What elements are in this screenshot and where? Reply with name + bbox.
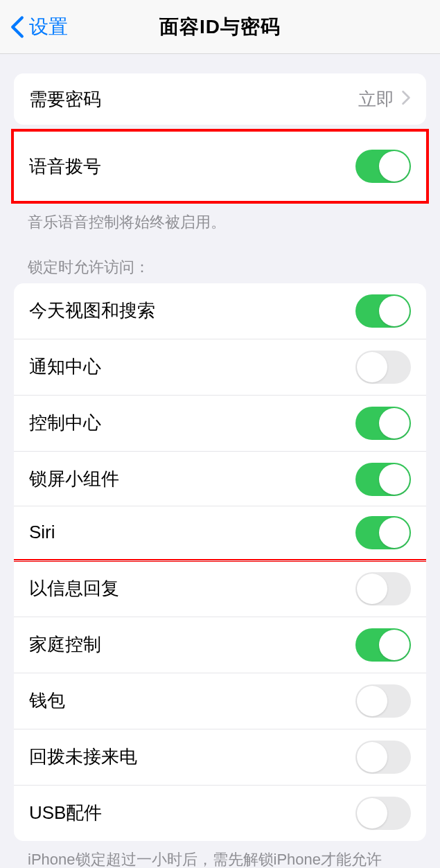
toggle-knob (357, 686, 387, 716)
locked-access-toggle[interactable] (355, 572, 411, 605)
locked-access-row: 今天视图和搜索 (14, 283, 426, 339)
locked-access-label: 控制中心 (29, 411, 101, 435)
locked-access-row: 控制中心 (14, 395, 426, 451)
locked-access-toggle[interactable] (355, 351, 411, 384)
locked-access-label: 今天视图和搜索 (29, 299, 155, 323)
chevron-left-icon (10, 15, 25, 39)
chevron-right-icon (401, 90, 411, 108)
nav-header: 设置 面容ID与密码 (0, 0, 440, 54)
voice-dial-section: 语音拨号 (11, 129, 429, 204)
page-title: 面容ID与密码 (159, 14, 281, 40)
locked-access-toggle[interactable] (355, 628, 411, 662)
locked-access-row: 锁屏小组件 (14, 451, 426, 507)
locked-access-label: 锁屏小组件 (29, 467, 119, 491)
locked-access-row: USB配件 (14, 785, 426, 841)
locked-access-row: 回拨未接来电 (14, 729, 426, 785)
locked-access-label: 钱包 (29, 689, 65, 713)
toggle-knob (357, 574, 387, 604)
locked-access-header: 锁定时允许访问： (28, 257, 412, 278)
toggle-knob (379, 517, 410, 548)
locked-access-toggle[interactable] (355, 407, 411, 440)
require-passcode-detail: 立即 (358, 87, 411, 112)
require-passcode-row[interactable]: 需要密码 立即 (14, 73, 426, 125)
toggle-knob (357, 742, 387, 772)
locked-access-toggle[interactable] (355, 294, 411, 328)
locked-access-toggle[interactable] (355, 684, 411, 718)
toggle-knob (379, 151, 410, 181)
toggle-knob (357, 352, 387, 382)
locked-access-toggle[interactable] (355, 516, 411, 549)
locked-access-label: 回拨未接来电 (29, 745, 137, 769)
back-label: 设置 (29, 14, 68, 40)
voice-dial-footer: 音乐语音控制将始终被启用。 (28, 212, 412, 233)
locked-access-label: 家庭控制 (29, 632, 101, 657)
toggle-knob (357, 798, 387, 829)
locked-access-label: 以信息回复 (29, 576, 119, 601)
locked-access-row: 钱包 (14, 673, 426, 729)
toggle-knob (379, 630, 410, 660)
locked-access-row: 通知中心 (14, 339, 426, 395)
toggle-knob (379, 464, 410, 495)
require-passcode-value: 立即 (358, 87, 394, 112)
require-passcode-label: 需要密码 (29, 87, 101, 112)
locked-access-label: 通知中心 (29, 355, 101, 379)
voice-dial-toggle[interactable] (355, 150, 411, 183)
locked-access-row: 家庭控制 (14, 617, 426, 673)
locked-access-toggle[interactable] (355, 797, 411, 830)
toggle-knob (379, 408, 410, 439)
locked-access-list: 今天视图和搜索通知中心控制中心锁屏小组件Siri以信息回复家庭控制钱包回拨未接来… (14, 283, 426, 841)
locked-access-footer: iPhone锁定超过一小时后，需先解锁iPhone才能允许USB配件连接。 (28, 849, 412, 868)
locked-access-row: 以信息回复 (14, 560, 426, 617)
require-passcode-section: 需要密码 立即 (14, 73, 426, 125)
locked-access-toggle[interactable] (355, 741, 411, 774)
locked-access-row: Siri (14, 506, 426, 562)
toggle-knob (379, 296, 410, 326)
locked-access-label: Siri (29, 522, 55, 543)
voice-dial-label: 语音拨号 (29, 154, 101, 179)
locked-access-label: USB配件 (29, 801, 102, 825)
locked-access-toggle[interactable] (355, 463, 411, 496)
back-button[interactable]: 设置 (10, 14, 68, 40)
voice-dial-row: 语音拨号 (14, 132, 426, 201)
